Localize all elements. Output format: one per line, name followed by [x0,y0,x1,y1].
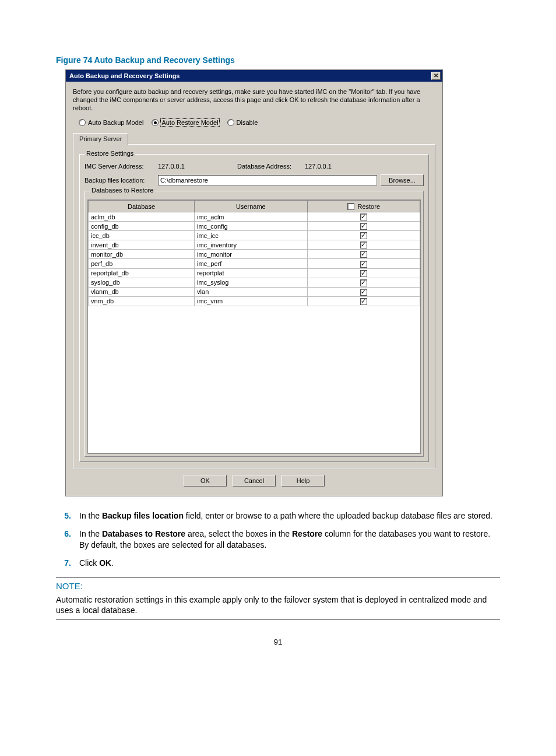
cell-database: monitor_db [89,250,195,259]
instruction-steps: 5. In the Backup files location field, e… [56,510,500,569]
label-imc-address: IMC Server Address: [85,163,154,170]
table-row: syslog_dbimc_syslog [89,278,420,287]
cell-restore [307,222,420,231]
cell-database: invent_db [89,240,195,250]
divider [56,577,500,578]
radio-icon [79,119,86,126]
radio-label: Disable [237,119,258,126]
restore-checkbox[interactable] [360,242,367,249]
cancel-button[interactable]: Cancel [233,475,276,487]
cell-username: imc_syslog [195,278,307,287]
radio-auto-restore[interactable]: Auto Restore Model [152,119,219,126]
cell-restore [307,212,420,222]
close-icon[interactable]: ✕ [431,72,441,80]
note-body: Automatic restoration settings in this e… [56,594,500,621]
backup-location-input[interactable] [158,175,377,186]
cell-database: config_db [89,222,195,231]
table-row: config_dbimc_config [89,222,420,231]
cell-username: imc_aclm [195,212,307,222]
radio-label: Auto Restore Model [161,119,219,126]
cell-database: reportplat_db [89,268,195,278]
help-button[interactable]: Help [281,475,325,487]
cell-username: imc_monitor [195,250,307,259]
figure-caption: Figure 74 Auto Backup and Recovery Setti… [56,55,500,65]
restore-checkbox[interactable] [360,214,367,220]
step-number: 6. [56,528,71,551]
table-row: monitor_dbimc_monitor [89,250,420,259]
cell-database: vnm_db [89,296,195,306]
value-imc-address: 127.0.0.1 [158,163,234,170]
table-row: reportplat_dbreportplat [89,268,420,278]
database-table: Database Username Restore [88,200,420,306]
page-number: 91 [56,638,500,646]
browse-button[interactable]: Browse... [381,174,424,186]
step-text: In the Backup files location field, ente… [79,510,500,522]
header-restore-checkbox[interactable] [347,203,354,210]
cell-username: imc_vnm [195,296,307,306]
cell-database: aclm_db [89,212,195,222]
dialog-footer: OK Cancel Help [73,468,435,490]
cell-restore [307,240,420,250]
databases-to-restore-group: Databases to Restore Database Username [85,191,424,457]
table-row: perf_dbimc_perf [89,259,420,268]
radio-label: Auto Backup Model [88,119,143,126]
cell-restore [307,250,420,259]
cell-restore [307,259,420,268]
label-backup-location: Backup files location: [85,177,154,184]
cell-restore [307,287,420,296]
restore-checkbox[interactable] [360,232,367,239]
restore-checkbox[interactable] [360,289,367,296]
restore-checkbox[interactable] [360,279,367,286]
radio-icon [227,119,234,126]
tab-primary-server[interactable]: Primary Server [73,133,128,145]
cell-username: reportplat [195,268,307,278]
restore-checkbox[interactable] [360,298,367,305]
cell-database: syslog_db [89,278,195,287]
step-number: 7. [56,558,71,569]
dialog-title: Auto Backup and Recovery Settings [69,72,180,79]
cell-restore [307,278,420,287]
restore-checkbox[interactable] [360,223,367,230]
restore-checkbox[interactable] [360,270,367,277]
restore-checkbox[interactable] [360,251,367,258]
cell-database: perf_db [89,259,195,268]
mode-radio-group: Auto Backup Model Auto Restore Model Dis… [79,119,435,126]
cell-username: imc_perf [195,259,307,268]
col-header-restore-label: Restore [358,203,381,210]
radio-auto-backup[interactable]: Auto Backup Model [79,119,143,126]
title-bar: Auto Backup and Recovery Settings ✕ [66,70,442,82]
table-row: icc_dbimc_icc [89,231,420,240]
cell-username: imc_config [195,222,307,231]
dialog-window: Auto Backup and Recovery Settings ✕ Befo… [65,69,443,496]
table-row: vnm_dbimc_vnm [89,296,420,306]
note-heading: NOTE: [56,581,500,591]
cell-username: imc_icc [195,231,307,240]
restore-checkbox[interactable] [360,261,367,268]
cell-restore [307,268,420,278]
cell-database: vlanm_db [89,287,195,296]
group-legend: Databases to Restore [90,187,155,194]
table-row: vlanm_dbvlan [89,287,420,296]
cell-username: imc_inventory [195,240,307,250]
cell-restore [307,231,420,240]
intro-text: Before you configure auto backup and rec… [73,88,435,112]
step-number: 5. [56,510,71,522]
table-row: invent_dbimc_inventory [89,240,420,250]
step-text: Click OK. [79,558,500,569]
tab-strip: Primary Server Restore Settings IMC Serv… [73,133,435,468]
label-db-address: Database Address: [237,163,301,170]
radio-icon [152,119,159,126]
col-header-username[interactable]: Username [195,201,307,212]
step-text: In the Databases to Restore area, select… [79,528,500,551]
ok-button[interactable]: OK [184,475,227,487]
cell-restore [307,296,420,306]
group-legend: Restore Settings [85,150,135,157]
col-header-restore[interactable]: Restore [307,201,420,212]
col-header-database[interactable]: Database [89,201,195,212]
restore-settings-group: Restore Settings IMC Server Address: 127… [79,154,429,462]
cell-database: icc_db [89,231,195,240]
value-db-address: 127.0.0.1 [305,163,332,170]
radio-disable[interactable]: Disable [227,119,258,126]
table-row: aclm_dbimc_aclm [89,212,420,222]
cell-username: vlan [195,287,307,296]
